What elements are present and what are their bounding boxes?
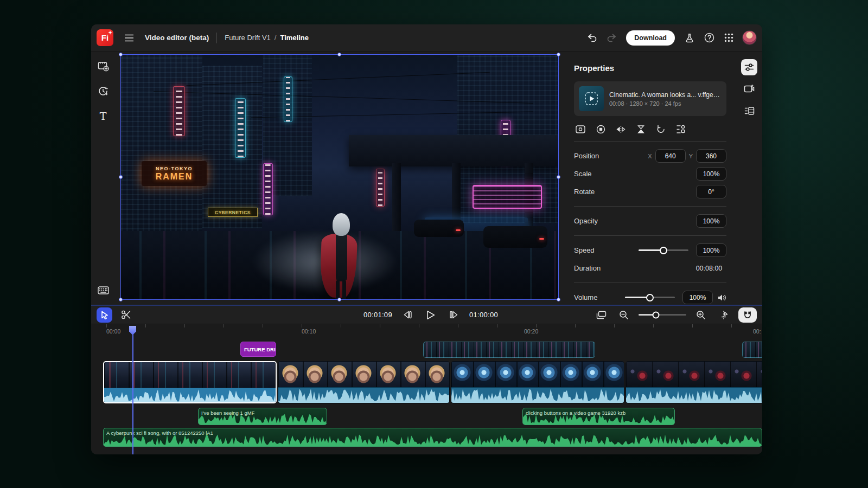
flip-horizontal-icon[interactable] — [615, 124, 626, 134]
selected-clip-card[interactable]: Cinematic. A woman looks a... v.ffgenvid… — [574, 81, 726, 116]
generation-history-icon[interactable] — [95, 83, 111, 99]
download-button[interactable]: Download — [626, 30, 675, 46]
mask-icon[interactable] — [595, 124, 606, 134]
clip-audio-panel — [278, 387, 449, 403]
order-icon[interactable] — [675, 124, 686, 134]
keyboard-shortcuts-icon[interactable] — [95, 282, 111, 298]
selection-handle-mid-right[interactable] — [557, 175, 560, 179]
overlay-video-clip-partial[interactable] — [742, 342, 762, 358]
selection-handle-top-center[interactable] — [337, 53, 341, 56]
fit-timeline-icon[interactable] — [593, 307, 609, 323]
zoom-out-icon[interactable] — [616, 307, 632, 323]
scene-building — [121, 55, 202, 239]
select-tool-button[interactable] — [97, 307, 112, 323]
playhead-line[interactable] — [132, 327, 133, 454]
ruler-tick — [458, 324, 458, 328]
avatar[interactable] — [742, 30, 757, 45]
opacity-label: Opacity — [574, 217, 696, 225]
audio-clip-1[interactable]: I've been seeing 1 gMF — [198, 408, 327, 425]
menu-icon[interactable] — [121, 30, 137, 46]
breadcrumb-separator: / — [275, 34, 277, 42]
ruler-tick — [653, 324, 654, 328]
generate-video-icon[interactable] — [741, 81, 757, 97]
speed-input[interactable]: 100% — [696, 243, 726, 257]
breadcrumb-project[interactable]: Future Drift V1 — [225, 34, 271, 42]
current-timecode: 00:01:09 — [363, 311, 392, 319]
position-x-input[interactable]: 640 — [655, 149, 686, 163]
ruler-tick — [145, 324, 146, 328]
audio-waveform — [451, 388, 624, 403]
reverse-icon[interactable] — [635, 124, 646, 134]
help-icon[interactable] — [701, 30, 717, 46]
scale-input[interactable]: 100% — [696, 167, 726, 181]
selection-handle-top-right[interactable] — [557, 53, 560, 56]
music-clip[interactable]: A cyberpunk sci fi song, with or 8512422… — [103, 428, 762, 447]
selection-handle-bottom-right[interactable] — [557, 298, 560, 301]
beaker-icon[interactable] — [681, 30, 698, 46]
ruler-tick — [419, 324, 419, 328]
add-media-icon[interactable] — [95, 58, 111, 74]
zoom-in-icon[interactable] — [693, 307, 709, 323]
opacity-input[interactable]: 100% — [696, 214, 726, 228]
video-clip-1-selected[interactable] — [103, 361, 277, 403]
divider — [574, 206, 726, 207]
video-clip-4[interactable] — [626, 361, 762, 403]
titlebar-right: Download — [584, 30, 757, 46]
cybernetics-neon-sign: CYBERNETICS — [208, 208, 258, 217]
split-tool-icon[interactable] — [118, 307, 134, 323]
text-tool-icon[interactable]: T — [95, 108, 111, 124]
speaker-icon[interactable] — [718, 294, 726, 301]
video-frame: NEO-TOKYO RAMEN CYBERNETICS — [121, 55, 558, 299]
volume-label: Volume — [574, 293, 625, 301]
selection-handle-bottom-center[interactable] — [337, 298, 341, 301]
video-preview[interactable]: NEO-TOKYO RAMEN CYBERNETICS — [120, 54, 559, 300]
clip-filmstrip — [278, 362, 449, 387]
snapping-toggle[interactable] — [738, 307, 757, 323]
selection-handle-top-left[interactable] — [119, 53, 123, 56]
scene-figure-leg — [336, 280, 340, 299]
selection-handle-bottom-left[interactable] — [119, 298, 123, 301]
rotate-input[interactable]: 0° — [696, 185, 726, 198]
zoom-slider-thumb[interactable] — [652, 311, 659, 318]
text-clip[interactable]: FUTURE DRIF — [240, 342, 276, 357]
ruler-tick — [575, 324, 576, 328]
media-queue-icon[interactable] — [741, 102, 757, 119]
volume-slider-thumb[interactable] — [646, 294, 654, 301]
timeline-zoom-slider[interactable] — [639, 314, 686, 316]
volume-input[interactable]: 100% — [682, 291, 713, 304]
step-forward-icon[interactable] — [446, 307, 462, 323]
ruler-tick — [536, 324, 537, 328]
transport-controls: 00:01:09 01:00:00 — [363, 307, 498, 323]
frame-icon[interactable] — [575, 124, 586, 134]
speed-slider[interactable] — [639, 249, 688, 251]
video-clip-2[interactable] — [278, 361, 450, 403]
firefly-logo[interactable]: Fi — [97, 29, 113, 46]
step-back-icon[interactable] — [399, 307, 416, 323]
timeline-tools — [97, 307, 134, 323]
play-icon[interactable] — [423, 307, 439, 323]
clip-filmstrip — [626, 362, 762, 387]
ruler-tick — [224, 324, 224, 328]
undo-icon[interactable] — [584, 30, 600, 46]
timeline-ruler[interactable]: 00:00 00:10 00:20 00: — [91, 324, 762, 337]
position-y-input[interactable]: 360 — [696, 149, 726, 163]
overlay-video-clip[interactable] — [423, 342, 595, 358]
clip-meta: 00:08 · 1280 × 720 · 24 fps — [609, 100, 722, 107]
neon-sign-pink-vertical — [263, 163, 273, 215]
apps-grid-icon[interactable] — [720, 30, 737, 46]
timeline-zoom-controls — [593, 307, 757, 323]
clip-filmstrip — [451, 362, 624, 387]
volume-slider[interactable] — [625, 297, 675, 298]
rotate-icon[interactable] — [655, 124, 666, 134]
audio-clip-2[interactable]: clicking buttons on a video game 31920 k… — [522, 408, 675, 425]
selection-handle-mid-left[interactable] — [119, 175, 123, 179]
video-clip-3[interactable] — [451, 361, 624, 403]
speed-slider-thumb[interactable] — [660, 247, 667, 254]
breadcrumb-page: Timeline — [280, 34, 309, 42]
split-at-playhead-icon[interactable] — [716, 307, 732, 323]
divider — [574, 282, 726, 283]
ruler-tick — [263, 324, 263, 328]
redo-icon[interactable] — [603, 30, 620, 46]
titlebar-divider — [216, 33, 217, 43]
properties-tab-icon[interactable] — [741, 59, 757, 75]
